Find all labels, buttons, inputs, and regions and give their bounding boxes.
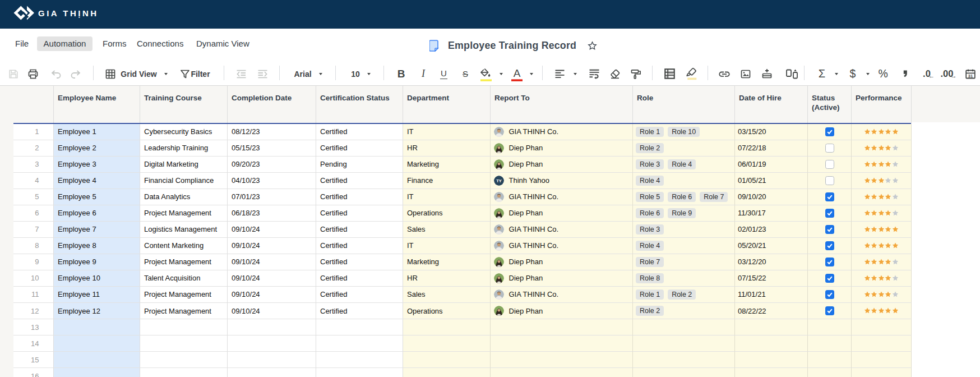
svg-text:TY: TY xyxy=(496,178,502,183)
svg-text:31: 31 xyxy=(968,73,972,78)
svg-text:A: A xyxy=(513,67,520,79)
